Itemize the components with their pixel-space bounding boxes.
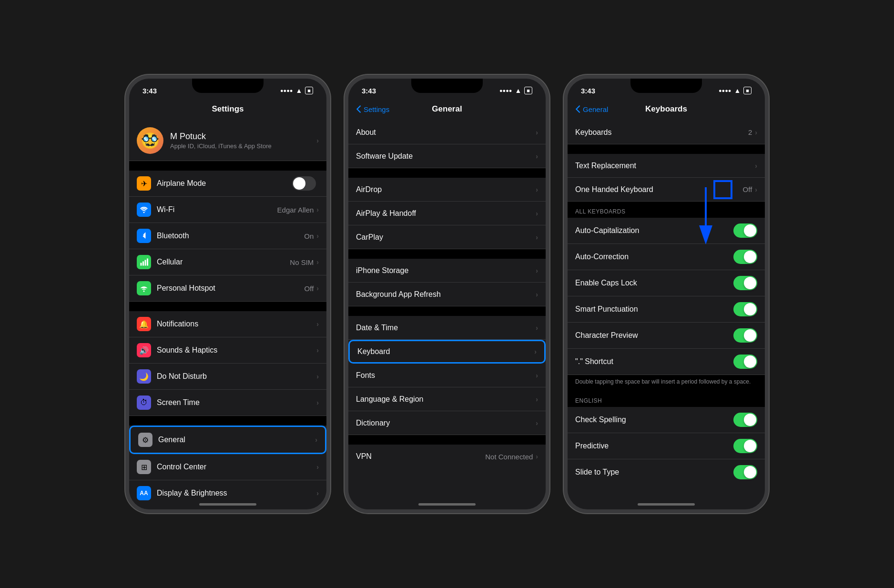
slide-to-type-toggle[interactable] (733, 465, 757, 479)
row-background-refresh[interactable]: Background App Refresh › (348, 283, 546, 306)
settings-list-2[interactable]: About › Software Update › AirDrop › AirP… (348, 121, 546, 504)
row-screen-time[interactable]: ⏱ Screen Time › (129, 390, 326, 416)
row-predictive[interactable]: Predictive (568, 433, 765, 459)
auto-cap-toggle[interactable] (733, 223, 757, 238)
wifi-icon-3: ▲ (734, 87, 741, 94)
carplay-label: CarPlay (356, 233, 536, 242)
row-text-replacement[interactable]: Text Replacement › (568, 154, 765, 178)
control-center-chevron: › (316, 463, 319, 471)
row-airplay-handoff[interactable]: AirPlay & Handoff › (348, 202, 546, 225)
profile-row[interactable]: 🥸 M Potuck Apple ID, iCloud, iTunes & Ap… (129, 121, 326, 161)
dnd-icon: 🌙 (137, 369, 151, 384)
notifications-icon: 🔔 (137, 317, 151, 331)
section-gap-g2-3 (348, 306, 546, 316)
section-gap-k1 (568, 144, 765, 154)
row-dnd[interactable]: 🌙 Do Not Disturb › (129, 364, 326, 390)
nav-title-2: General (432, 104, 462, 114)
bluetooth-icon (137, 229, 151, 243)
char-preview-toggle[interactable] (733, 328, 757, 343)
nav-back-2[interactable]: Settings (356, 105, 389, 113)
notch-3 (630, 79, 702, 93)
one-handed-chevron: › (755, 186, 757, 193)
row-carplay[interactable]: CarPlay › (348, 225, 546, 249)
notch-1 (192, 79, 264, 93)
vpn-chevron: › (536, 453, 538, 460)
row-slide-to-type[interactable]: Slide to Type (568, 459, 765, 485)
caps-lock-toggle[interactable] (733, 276, 757, 290)
svg-point-5 (143, 291, 145, 292)
general-label: General (158, 436, 315, 444)
row-software-update[interactable]: Software Update › (348, 144, 546, 168)
row-personal-hotspot[interactable]: Personal Hotspot Off › (129, 275, 326, 302)
row-check-spelling[interactable]: Check Spelling (568, 407, 765, 433)
airplane-toggle[interactable] (292, 176, 316, 191)
settings-list-3[interactable]: Keyboards 2 › Text Replacement › One Han… (568, 121, 765, 504)
row-dictionary[interactable]: Dictionary › (348, 411, 546, 435)
text-replacement-label: Text Replacement (575, 162, 755, 170)
one-handed-value: Off (743, 185, 752, 193)
section-gap-g2-2 (348, 249, 546, 259)
keyboards-count-chevron: › (755, 129, 757, 136)
row-general[interactable]: ⚙ General › (129, 426, 326, 454)
row-language-region[interactable]: Language & Region › (348, 387, 546, 411)
home-indicator-2 (418, 503, 476, 506)
row-date-time[interactable]: Date & Time › (348, 316, 546, 340)
row-smart-punct[interactable]: Smart Punctuation (568, 296, 765, 323)
row-iphone-storage[interactable]: iPhone Storage › (348, 259, 546, 283)
row-one-handed[interactable]: One Handed Keyboard Off › (568, 178, 765, 202)
control-center-icon: ⊞ (137, 460, 151, 474)
row-wifi[interactable]: Wi-Fi Edgar Allen › (129, 197, 326, 223)
row-control-center[interactable]: ⊞ Control Center › (129, 454, 326, 480)
row-caps-lock[interactable]: Enable Caps Lock (568, 270, 765, 296)
row-notifications[interactable]: 🔔 Notifications › (129, 311, 326, 337)
phones-container: 3:43 ●●●● ▲ ■ Settings 🥸 M (116, 65, 778, 523)
profile-info: M Potuck Apple ID, iCloud, iTunes & App … (170, 132, 316, 150)
wifi-chevron: › (316, 206, 319, 213)
row-period-shortcut[interactable]: "." Shortcut (568, 349, 765, 375)
row-sounds[interactable]: 🔊 Sounds & Haptics › (129, 337, 326, 364)
sounds-chevron: › (316, 346, 319, 354)
auto-correct-label: Auto-Correction (575, 253, 733, 261)
row-bluetooth[interactable]: Bluetooth On › (129, 223, 326, 249)
row-fonts[interactable]: Fonts › (348, 364, 546, 387)
row-cellular[interactable]: Cellular No SIM › (129, 249, 326, 275)
row-auto-correct[interactable]: Auto-Correction (568, 244, 765, 270)
svg-rect-1 (141, 263, 142, 266)
airplane-icon: ✈ (137, 176, 151, 191)
section-gap-1 (129, 161, 326, 171)
settings-list-1[interactable]: 🥸 M Potuck Apple ID, iCloud, iTunes & Ap… (129, 121, 326, 504)
row-airdrop[interactable]: AirDrop › (348, 178, 546, 202)
svg-rect-3 (145, 260, 146, 266)
row-about[interactable]: About › (348, 121, 546, 144)
control-center-label: Control Center (157, 463, 316, 471)
smart-punct-toggle[interactable] (733, 302, 757, 316)
row-char-preview[interactable]: Character Preview (568, 323, 765, 349)
profile-subtitle: Apple ID, iCloud, iTunes & App Store (170, 142, 316, 150)
bluetooth-label: Bluetooth (157, 232, 304, 240)
row-auto-cap[interactable]: Auto-Capitalization (568, 218, 765, 244)
bluetooth-value: On (304, 232, 314, 240)
nav-title-3: Keyboards (645, 104, 687, 114)
dictionary-chevron: › (536, 419, 538, 427)
row-airplane-mode[interactable]: ✈ Airplane Mode (129, 171, 326, 197)
status-icons-2: ●●●● ▲ ■ (499, 87, 532, 94)
hotspot-chevron: › (316, 284, 319, 292)
keyboard-chevron: › (534, 348, 537, 355)
auto-correct-toggle[interactable] (733, 250, 757, 264)
date-time-chevron: › (536, 324, 538, 332)
row-vpn[interactable]: VPN Not Connected › (348, 445, 546, 468)
status-time-1: 3:43 (142, 87, 157, 95)
period-shortcut-toggle[interactable] (733, 355, 757, 369)
airplay-handoff-chevron: › (536, 210, 538, 217)
nav-bar-1: Settings (129, 100, 326, 121)
double-tap-note: Double tapping the space bar will insert… (568, 375, 765, 391)
row-keyboard[interactable]: Keyboard › (348, 340, 546, 364)
check-spelling-toggle[interactable] (733, 413, 757, 427)
row-keyboards-count[interactable]: Keyboards 2 › (568, 121, 765, 144)
keyboards-count-value: 2 (748, 128, 752, 136)
vpn-value: Not Connected (485, 453, 533, 461)
predictive-toggle[interactable] (733, 439, 757, 453)
nav-back-3[interactable]: General (575, 105, 608, 113)
row-display[interactable]: AA Display & Brightness › (129, 480, 326, 504)
caps-lock-label: Enable Caps Lock (575, 279, 733, 287)
